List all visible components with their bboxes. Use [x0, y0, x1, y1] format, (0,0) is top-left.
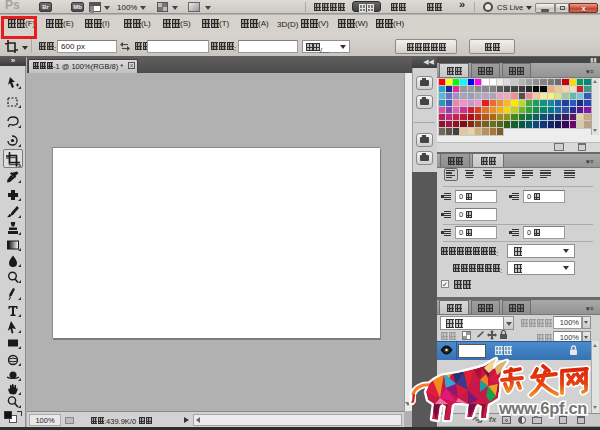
svg-text:www.6pf.cn: www.6pf.cn: [498, 399, 587, 417]
